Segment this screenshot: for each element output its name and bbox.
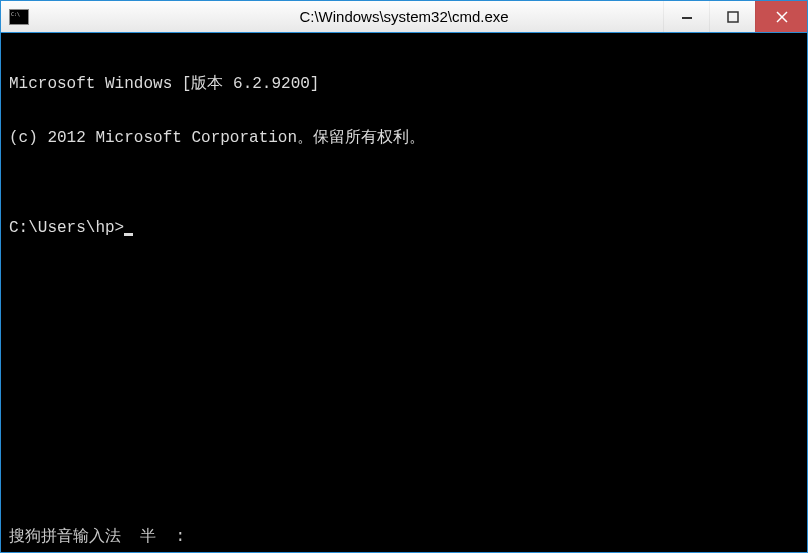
prompt-line: C:\Users\hp> [9,219,799,237]
terminal-line: (c) 2012 Microsoft Corporation。保留所有权利。 [9,129,799,147]
maximize-button[interactable] [709,1,755,32]
ime-status-bar: 搜狗拼音输入法 半 : [9,528,799,548]
maximize-icon [727,11,739,23]
titlebar[interactable]: C:\Windows\system32\cmd.exe [1,1,807,33]
close-button[interactable] [755,1,807,32]
close-icon [776,11,788,23]
prompt-text: C:\Users\hp> [9,219,124,237]
window-controls [663,1,807,32]
terminal-area[interactable]: Microsoft Windows [版本 6.2.9200] (c) 2012… [1,33,807,552]
svg-rect-0 [682,17,692,19]
cmd-window: C:\Windows\system32\cmd.exe Micr [0,0,808,553]
svg-rect-1 [728,12,738,22]
terminal-content: Microsoft Windows [版本 6.2.9200] (c) 2012… [9,39,799,528]
minimize-button[interactable] [663,1,709,32]
cursor [124,233,133,236]
minimize-icon [681,11,693,23]
app-icon[interactable] [9,9,29,25]
window-title: C:\Windows\system32\cmd.exe [299,8,508,25]
terminal-line: Microsoft Windows [版本 6.2.9200] [9,75,799,93]
